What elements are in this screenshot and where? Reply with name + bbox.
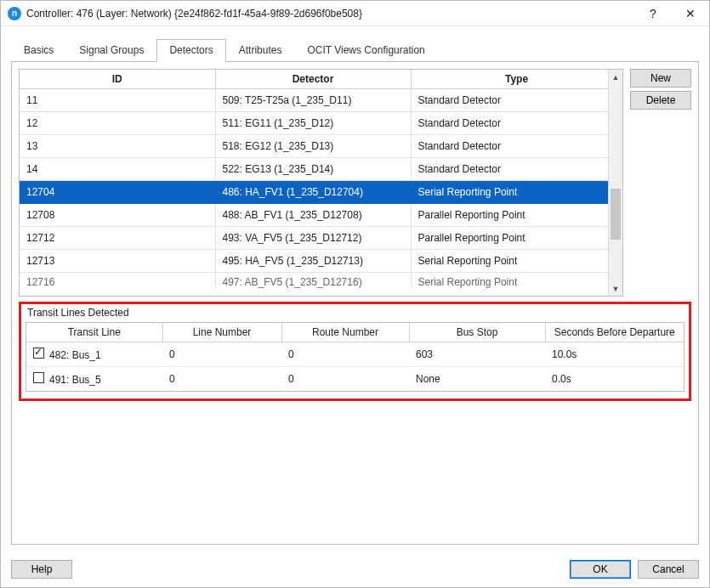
checkbox-icon[interactable] [33, 372, 44, 383]
col-line-number[interactable]: Line Number [162, 323, 281, 342]
new-button[interactable]: New [630, 69, 691, 88]
dialog-content: Basics Signal Groups Detectors Attribute… [1, 26, 709, 553]
table-cell: Standard Detector [411, 89, 622, 112]
checkbox-icon[interactable] [33, 348, 44, 359]
table-cell: Standard Detector [411, 158, 622, 181]
table-cell: 486: HA_FV1 (1_235_D12704) [215, 181, 411, 204]
transit-line-cell: 482: Bus_1 [26, 342, 162, 367]
delete-button[interactable]: Delete [630, 91, 691, 110]
tab-signal-groups[interactable]: Signal Groups [66, 39, 156, 62]
table-cell: 522: EG13 (1_235_D14) [215, 158, 411, 181]
titlebar-close-button[interactable]: ✕ [672, 1, 709, 26]
table-cell: 0 [162, 342, 281, 367]
table-cell: 511: EG11 (1_235_D12) [215, 112, 411, 135]
detectors-table-scroll[interactable]: ID Detector Type 11509: T25-T25a (1_235_… [20, 70, 622, 296]
table-cell: Standard Detector [411, 112, 622, 135]
table-cell: Serial Reporting Point [411, 250, 622, 273]
table-cell: 603 [409, 342, 545, 367]
transit-lines-table: Transit Line Line Number Route Number Bu… [26, 323, 684, 391]
table-row[interactable]: 12716497: AB_FV5 (1_235_D12716)Serial Re… [20, 273, 622, 289]
table-cell: 14 [20, 158, 215, 181]
tab-ocit-views[interactable]: OCIT Views Configuration [294, 39, 437, 62]
table-cell: Serial Reporting Point [411, 181, 622, 204]
table-row[interactable]: 491: Bus_500None0.0s [26, 367, 684, 392]
col-bus-stop[interactable]: Bus Stop [409, 323, 545, 342]
col-detector[interactable]: Detector [215, 70, 411, 89]
tabstrip: Basics Signal Groups Detectors Attribute… [11, 38, 699, 61]
table-row[interactable]: 11509: T25-T25a (1_235_D11)Standard Dete… [20, 89, 622, 112]
detectors-table-wrap: ID Detector Type 11509: T25-T25a (1_235_… [19, 69, 623, 297]
col-route-number[interactable]: Route Number [281, 323, 409, 342]
table-cell: Parallel Reporting Point [411, 204, 622, 227]
titlebar: n Controller: 476 (Layer: Network) {2e24… [1, 1, 709, 26]
transit-line-cell: 491: Bus_5 [26, 367, 162, 392]
table-cell: Parallel Reporting Point [411, 227, 622, 250]
table-cell: 12708 [20, 204, 215, 227]
blank-area [19, 401, 691, 537]
table-cell: Standard Detector [411, 135, 622, 158]
dialog-window: n Controller: 476 (Layer: Network) {2e24… [0, 0, 710, 588]
table-cell: 12 [20, 112, 215, 135]
table-cell: 12704 [20, 181, 215, 204]
table-cell: 0 [162, 367, 281, 392]
titlebar-help-button[interactable]: ? [634, 1, 672, 26]
col-id[interactable]: ID [20, 70, 215, 89]
app-icon: n [8, 7, 21, 20]
col-transit-line[interactable]: Transit Line [26, 323, 162, 342]
table-row[interactable]: 13518: EG12 (1_235_D13)Standard Detector [20, 135, 622, 158]
table-row[interactable]: 12704486: HA_FV1 (1_235_D12704)Serial Re… [20, 181, 622, 204]
side-buttons: New Delete [630, 69, 691, 297]
table-row[interactable]: 12713495: HA_FV5 (1_235_D12713)Serial Re… [20, 250, 622, 273]
scroll-down-arrow-icon[interactable]: ▼ [609, 281, 622, 296]
table-cell: 495: HA_FV5 (1_235_D12713) [215, 250, 411, 273]
transit-lines-table-wrap: Transit Line Line Number Route Number Bu… [26, 322, 684, 392]
tab-attributes[interactable]: Attributes [226, 39, 295, 62]
table-cell: 12713 [20, 250, 215, 273]
table-cell: 493: VA_FV5 (1_235_D12712) [215, 227, 411, 250]
table-cell: 518: EG12 (1_235_D13) [215, 135, 411, 158]
help-button[interactable]: Help [11, 560, 72, 579]
table-cell: 509: T25-T25a (1_235_D11) [215, 89, 411, 112]
detectors-upper-row: ID Detector Type 11509: T25-T25a (1_235_… [19, 69, 691, 297]
table-row[interactable]: 482: Bus_10060310.0s [26, 342, 684, 367]
table-row[interactable]: 14522: EG13 (1_235_D14)Standard Detector [20, 158, 622, 181]
tab-basics[interactable]: Basics [11, 39, 66, 62]
table-cell: 13 [20, 135, 215, 158]
table-cell: Serial Reporting Point [411, 273, 622, 289]
tab-detectors[interactable]: Detectors [156, 39, 225, 62]
table-row[interactable]: 12708488: AB_FV1 (1_235_D12708)Parallel … [20, 204, 622, 227]
window-title: Controller: 476 (Layer: Network) {2e24f8… [26, 8, 634, 20]
scroll-thumb[interactable] [611, 189, 621, 240]
col-type[interactable]: Type [411, 70, 622, 89]
table-cell: 0.0s [545, 367, 684, 392]
table-cell: 497: AB_FV5 (1_235_D12716) [215, 273, 411, 289]
tab-page-detectors: ID Detector Type 11509: T25-T25a (1_235_… [11, 61, 699, 545]
detectors-header-row: ID Detector Type [20, 70, 622, 89]
ok-button[interactable]: OK [570, 560, 631, 579]
transit-line-label: 482: Bus_1 [49, 349, 101, 361]
transit-line-label: 491: Bus_5 [49, 374, 101, 386]
col-seconds-before-departure[interactable]: Seconds Before Departure [545, 323, 684, 342]
vertical-scrollbar[interactable]: ▲ ▼ [608, 70, 622, 296]
scroll-up-arrow-icon[interactable]: ▲ [609, 70, 622, 84]
transit-lines-group-label: Transit Lines Detected [27, 307, 684, 319]
table-cell: 488: AB_FV1 (1_235_D12708) [215, 204, 411, 227]
detectors-table: ID Detector Type 11509: T25-T25a (1_235_… [20, 70, 622, 288]
table-row[interactable]: 12511: EG11 (1_235_D12)Standard Detector [20, 112, 622, 135]
table-cell: 0 [281, 367, 409, 392]
dialog-footer: Help OK Cancel [1, 553, 709, 587]
table-cell: 10.0s [545, 342, 684, 367]
transit-lines-header-row: Transit Line Line Number Route Number Bu… [26, 323, 684, 342]
table-cell: 12716 [20, 273, 215, 289]
table-cell: 11 [20, 89, 215, 112]
table-cell: 0 [281, 342, 409, 367]
table-cell: None [409, 367, 545, 392]
table-row[interactable]: 12712493: VA_FV5 (1_235_D12712)Parallel … [20, 227, 622, 250]
table-cell: 12712 [20, 227, 215, 250]
transit-lines-highlight-frame: Transit Lines Detected Transit Line Line… [19, 302, 691, 401]
cancel-button[interactable]: Cancel [638, 560, 699, 579]
